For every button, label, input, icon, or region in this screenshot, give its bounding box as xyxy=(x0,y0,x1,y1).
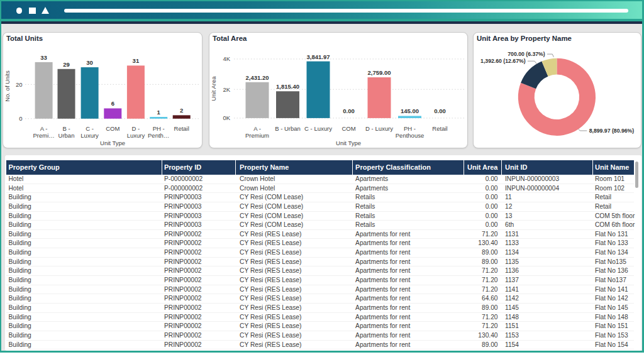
svg-text:COM: COM xyxy=(341,125,355,132)
svg-text:29: 29 xyxy=(63,61,70,68)
svg-text:30: 30 xyxy=(86,59,93,66)
svg-text:C -: C - xyxy=(86,125,94,132)
svg-text:No. of Units: No. of Units xyxy=(4,70,11,102)
svg-text:2,759.00: 2,759.00 xyxy=(367,69,391,76)
svg-text:COM: COM xyxy=(106,125,119,132)
svg-text:D - Luxury: D - Luxury xyxy=(365,125,393,132)
svg-text:2,431.20: 2,431.20 xyxy=(245,74,269,81)
svg-text:700.00 (6.37%): 700.00 (6.37%) xyxy=(508,51,545,57)
svg-text:1: 1 xyxy=(157,109,160,116)
svg-text:Luxury: Luxury xyxy=(80,132,99,139)
svg-text:Unit Type: Unit Type xyxy=(336,140,361,146)
svg-text:3,841.97: 3,841.97 xyxy=(306,53,330,60)
svg-text:33: 33 xyxy=(40,54,47,61)
svg-text:Unit Area: Unit Area xyxy=(210,76,217,101)
svg-text:1,392.60 (12.67%): 1,392.60 (12.67%) xyxy=(480,58,526,64)
svg-text:1,815.40: 1,815.40 xyxy=(276,83,299,90)
svg-text:0: 0 xyxy=(19,115,22,122)
svg-text:PH -: PH - xyxy=(152,125,164,132)
svg-text:D -: D - xyxy=(131,125,140,132)
svg-text:PH -: PH - xyxy=(404,125,416,132)
svg-text:0.00: 0.00 xyxy=(343,107,355,114)
svg-text:Penth…: Penth… xyxy=(148,132,169,139)
svg-text:2: 2 xyxy=(180,107,183,114)
svg-text:20: 20 xyxy=(15,81,22,88)
svg-text:Retail: Retail xyxy=(432,125,447,132)
svg-text:145.00: 145.00 xyxy=(400,107,418,114)
svg-text:Urban: Urban xyxy=(58,132,74,139)
svg-text:8,899.97 (80.96%): 8,899.97 (80.96%) xyxy=(589,128,634,134)
svg-text:A -: A - xyxy=(253,125,261,132)
svg-text:4K: 4K xyxy=(223,55,230,62)
svg-text:2K: 2K xyxy=(223,86,230,93)
svg-text:A -: A - xyxy=(40,125,47,132)
svg-text:B -: B - xyxy=(62,125,70,132)
svg-text:Unit Type: Unit Type xyxy=(100,140,125,146)
svg-text:Retail: Retail xyxy=(174,125,189,132)
svg-text:B - Urban: B - Urban xyxy=(275,125,301,132)
svg-text:0.00: 0.00 xyxy=(434,107,446,114)
svg-text:6: 6 xyxy=(111,100,114,107)
svg-text:Penthouse: Penthouse xyxy=(395,132,423,139)
svg-text:31: 31 xyxy=(132,57,139,64)
svg-text:Premi…: Premi… xyxy=(33,132,54,139)
svg-text:0K: 0K xyxy=(223,114,230,121)
svg-text:C - Luxury: C - Luxury xyxy=(304,125,332,132)
svg-text:Premium: Premium xyxy=(245,132,269,139)
svg-text:Luxury: Luxury xyxy=(126,132,145,139)
